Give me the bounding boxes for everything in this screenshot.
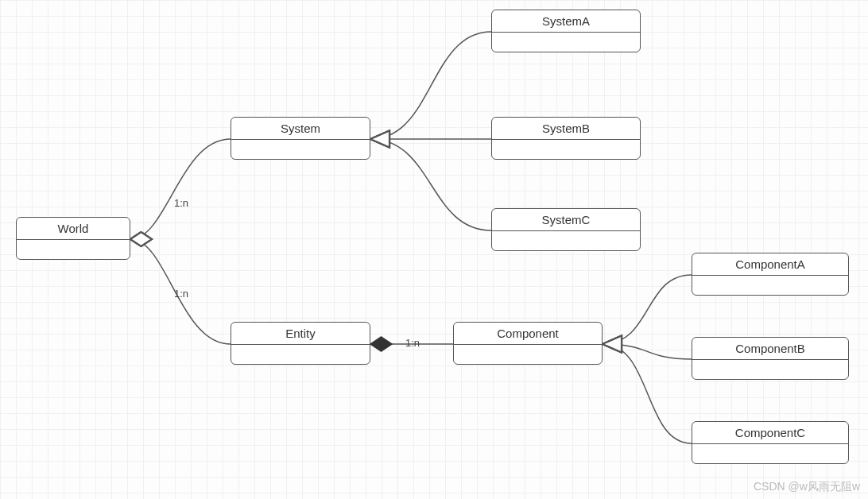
node-componentA[interactable]: ComponentA <box>692 253 849 296</box>
edge-component-c <box>603 344 692 443</box>
edge-world-system <box>130 139 231 239</box>
node-component-body <box>454 345 602 364</box>
edge-system-a <box>370 32 491 139</box>
node-componentB-label: ComponentB <box>692 338 848 360</box>
edge-component-a <box>603 275 692 344</box>
node-componentC-body <box>692 444 848 463</box>
node-world-label: World <box>17 218 130 240</box>
node-systemC[interactable]: SystemC <box>491 208 641 251</box>
node-componentC[interactable]: ComponentC <box>692 421 849 464</box>
node-systemB[interactable]: SystemB <box>491 117 641 160</box>
node-systemA-body <box>492 33 640 52</box>
node-entity-body <box>231 345 370 364</box>
node-systemC-body <box>492 231 640 250</box>
edge-label-world-entity: 1:n <box>174 288 188 300</box>
node-world-body <box>17 240 130 259</box>
node-component-label: Component <box>454 323 602 345</box>
node-systemA-label: SystemA <box>492 10 640 33</box>
node-system[interactable]: System <box>231 117 370 160</box>
node-entity[interactable]: Entity <box>231 322 370 365</box>
node-component[interactable]: Component <box>453 322 603 365</box>
node-componentB[interactable]: ComponentB <box>692 337 849 380</box>
node-componentC-label: ComponentC <box>692 422 848 444</box>
watermark: CSDN @w风雨无阻w <box>754 480 860 494</box>
node-componentA-label: ComponentA <box>692 253 848 276</box>
node-systemB-body <box>492 140 640 159</box>
node-systemB-label: SystemB <box>492 118 640 140</box>
node-system-body <box>231 140 370 159</box>
node-componentB-body <box>692 360 848 379</box>
edge-label-entity-component: 1:n <box>405 337 420 349</box>
edge-system-c <box>370 139 491 230</box>
node-systemA[interactable]: SystemA <box>491 10 641 52</box>
edge-label-world-system: 1:n <box>174 197 188 209</box>
node-entity-label: Entity <box>231 323 370 345</box>
node-systemC-label: SystemC <box>492 209 640 231</box>
edge-component-b <box>603 344 692 359</box>
node-world[interactable]: World <box>16 217 130 260</box>
node-componentA-body <box>692 276 848 295</box>
node-system-label: System <box>231 118 370 140</box>
